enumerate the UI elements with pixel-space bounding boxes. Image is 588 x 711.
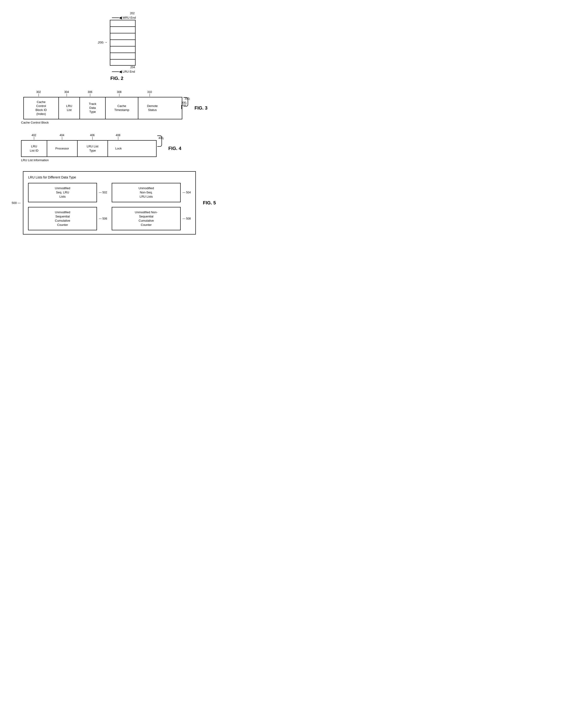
fig4-cell-lrulistid: LRUList ID [21,141,47,156]
fig3-table: CacheControlBlock ID(Index) LRUList Trac… [23,97,182,120]
ref-308: 308 [117,90,122,94]
ref-306: 306 [88,90,92,94]
fig3-label: FIG. 3 [194,105,208,111]
ref-202: 202 [130,12,134,15]
fig5-label: FIG. 5 [203,200,216,206]
fig3-cell-cachetimestamp: CacheTimestamp [106,98,138,119]
mru-end-label: MRU End [123,16,136,19]
ref-408: 408 [116,134,120,137]
fig5-title: LRU Lists for Different Data Type [28,175,191,179]
fig5-box-502: UnmodifiedSeq. LRULists [28,183,97,202]
fig5-box-506-wrap: UnmodifiedSequentialCumulativeCounter — … [28,207,107,231]
stack-diagram [110,20,135,66]
ref-406: 406 [90,134,94,137]
ref-200: 200 [98,41,103,44]
fig4-cell-processor: Processor [47,141,78,156]
fig5-box-508-wrap: Unmodified Non-SequentialCumulativeCount… [112,207,191,231]
fig2-label: FIG. 2 [110,76,123,81]
fig4-cell-lrulisttype: LRU ListType [78,141,108,156]
ref-504: — 504 [183,191,191,194]
fig5-outer-box: LRU Lists for Different Data Type Unmodi… [23,171,196,235]
ref-502: — 502 [99,191,107,194]
ref-404: 404 [60,134,64,137]
fig5-box-504-wrap: UnmodifiedNon-Seq.LRU Lists — 504 [112,183,191,202]
fig3-cell-ccbid: CacheControlBlock ID(Index) [24,98,59,119]
fig4-cell-lock: Lock [108,141,129,156]
fig5-box-506: UnmodifiedSequentialCumulativeCounter [28,207,97,231]
ref-506: — 506 [99,217,107,220]
ref-204: 204 [130,66,135,69]
fig5-box-502-wrap: UnmodifiedSeq. LRULists — 502 [28,183,107,202]
fig3-wrapper: 302 304 306 308 310 [9,90,224,124]
fig4-label: FIG. 4 [168,146,181,151]
ref-304: 304 [64,90,69,94]
fig5-box-504: UnmodifiedNon-Seq.LRU Lists [112,183,181,202]
ref-310: 310 [147,90,152,94]
ref-500: 500 — [12,201,21,204]
fig4-wrapper: 402 404 406 408 LRUList ID Processor LRU… [9,134,224,162]
figures-container: 202 ◀ MRU End 200 i [9,5,224,235]
ref-302: 302 [36,90,41,94]
fig5-wrapper: 500 — LRU Lists for Different Data Type … [9,171,224,235]
fig3-cell-demote: DemoteStatus [138,98,166,119]
fig4-caption: LRU List Information [21,158,49,162]
fig3-cell-lrulist: LRUList [59,98,80,119]
fig5-box-508: Unmodified Non-SequentialCumulativeCount… [112,207,181,231]
ref-402: 402 [31,134,36,137]
fig3-cell-trackdata: TrackDataType [80,98,106,119]
fig2-wrapper: 202 ◀ MRU End 200 i [9,9,224,81]
fig3-caption: Cache Control Block [21,121,49,124]
lru-end-label: LRU End [123,70,135,73]
fig5-grid: UnmodifiedSeq. LRULists — 502 Unmodified… [28,183,191,230]
ref-508: — 508 [183,217,191,220]
fig4-table: LRUList ID Processor LRU ListType Lock [21,140,156,157]
